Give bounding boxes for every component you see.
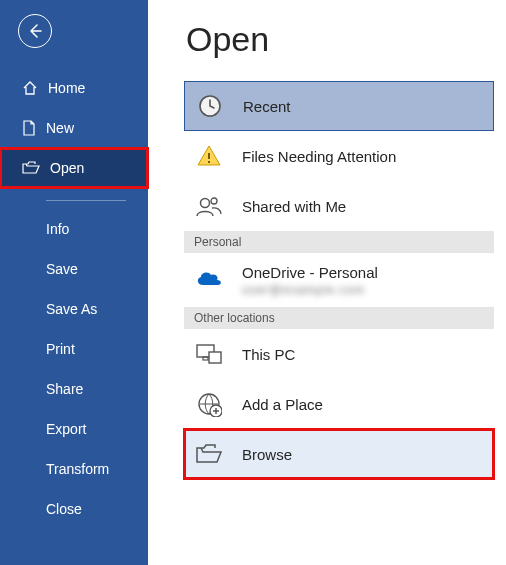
location-list: Recent Files Needing Attention Shared wi… [184, 81, 494, 479]
nav-info[interactable]: Info [0, 209, 148, 249]
location-this-pc[interactable]: This PC [184, 329, 494, 379]
page-title: Open [184, 20, 498, 59]
nav-label: Save [46, 261, 78, 277]
warning-icon [194, 143, 224, 169]
nav-label: New [46, 120, 74, 136]
location-shared-with-me[interactable]: Shared with Me [184, 181, 494, 231]
location-browse[interactable]: Browse [184, 429, 494, 479]
nav-label: Close [46, 501, 82, 517]
location-label: This PC [242, 346, 295, 363]
location-label: Recent [243, 98, 291, 115]
svg-point-3 [201, 199, 210, 208]
onedrive-text: OneDrive - Personal user@example.com [242, 264, 378, 297]
nav-label: Share [46, 381, 83, 397]
nav-label: Transform [46, 461, 109, 477]
add-place-icon [194, 391, 224, 417]
onedrive-account-redacted: user@example.com [242, 283, 378, 297]
folder-open-icon [22, 161, 40, 175]
nav-open[interactable]: Open [0, 148, 148, 188]
location-label: Files Needing Attention [242, 148, 396, 165]
nav-print[interactable]: Print [0, 329, 148, 369]
svg-rect-7 [209, 352, 221, 363]
nav-transform[interactable]: Transform [0, 449, 148, 489]
location-recent[interactable]: Recent [184, 81, 494, 131]
svg-rect-6 [203, 357, 208, 360]
nav-label: Home [48, 80, 85, 96]
location-label: Shared with Me [242, 198, 346, 215]
nav-label: Save As [46, 301, 97, 317]
section-header-other: Other locations [184, 307, 494, 329]
location-label: Add a Place [242, 396, 323, 413]
nav-label: Export [46, 421, 86, 437]
nav-new[interactable]: New [0, 108, 148, 148]
nav-divider [46, 200, 126, 201]
open-panel: Open Recent Files Needing Attention Shar… [148, 0, 506, 565]
nav-share[interactable]: Share [0, 369, 148, 409]
home-icon [22, 80, 38, 96]
onedrive-icon [194, 269, 224, 292]
svg-rect-1 [208, 153, 210, 159]
backstage-view: Home New Open Info Save Save As Print Sh… [0, 0, 506, 565]
nav-save[interactable]: Save [0, 249, 148, 289]
back-arrow-icon [27, 23, 43, 39]
nav-save-as[interactable]: Save As [0, 289, 148, 329]
clock-icon [195, 93, 225, 119]
location-files-needing-attention[interactable]: Files Needing Attention [184, 131, 494, 181]
this-pc-icon [194, 342, 224, 366]
section-header-personal: Personal [184, 231, 494, 253]
people-icon [194, 194, 224, 218]
nav-label: Info [46, 221, 69, 237]
location-label: Browse [242, 446, 292, 463]
document-icon [22, 120, 36, 136]
nav-label: Print [46, 341, 75, 357]
location-add-a-place[interactable]: Add a Place [184, 379, 494, 429]
nav-export[interactable]: Export [0, 409, 148, 449]
nav-home[interactable]: Home [0, 68, 148, 108]
backstage-sidebar: Home New Open Info Save Save As Print Sh… [0, 0, 148, 565]
back-button[interactable] [18, 14, 52, 48]
svg-point-4 [211, 198, 217, 204]
nav-close[interactable]: Close [0, 489, 148, 529]
svg-rect-2 [208, 161, 210, 163]
location-label: OneDrive - Personal [242, 264, 378, 281]
folder-open-icon [194, 443, 224, 465]
location-onedrive-personal[interactable]: OneDrive - Personal user@example.com [184, 253, 494, 307]
nav-label: Open [50, 160, 84, 176]
